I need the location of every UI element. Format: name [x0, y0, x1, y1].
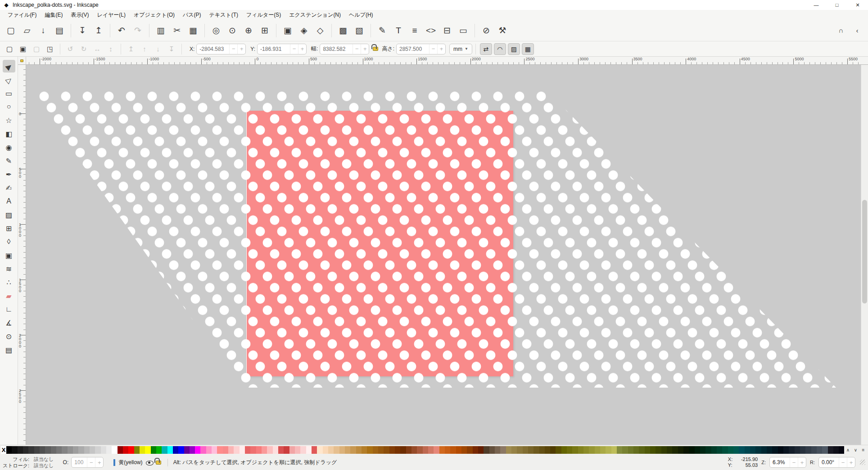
x-input[interactable] — [197, 44, 229, 54]
color-swatch[interactable] — [484, 446, 489, 454]
layer-indicator[interactable]: 黄(yellow) — [113, 459, 161, 466]
color-swatch[interactable] — [350, 446, 356, 454]
color-swatch[interactable] — [645, 446, 650, 454]
color-swatch[interactable] — [767, 446, 772, 454]
color-swatch[interactable] — [517, 446, 522, 454]
color-swatch[interactable] — [417, 446, 422, 454]
color-swatch[interactable] — [817, 446, 822, 454]
height-increment-button[interactable]: + — [437, 44, 445, 54]
color-swatch[interactable] — [489, 446, 495, 454]
paste-icon[interactable]: ▦ — [186, 23, 200, 38]
import-icon[interactable]: ↧ — [75, 23, 90, 38]
color-swatch[interactable] — [456, 446, 461, 454]
color-swatch[interactable] — [822, 446, 827, 454]
color-swatch[interactable] — [500, 446, 506, 454]
close-button[interactable]: ✕ — [847, 0, 868, 10]
color-swatch[interactable] — [739, 446, 744, 454]
menu-item-help[interactable]: ヘルプ(H) — [345, 10, 377, 20]
color-swatch[interactable] — [51, 446, 56, 454]
color-swatch[interactable] — [578, 446, 583, 454]
color-swatch[interactable] — [411, 446, 417, 454]
color-swatch[interactable] — [145, 446, 150, 454]
color-swatch[interactable] — [589, 446, 594, 454]
align-dialog-icon[interactable]: ⊟ — [440, 23, 454, 38]
color-swatch[interactable] — [68, 446, 73, 454]
color-swatch[interactable] — [234, 446, 239, 454]
color-swatch[interactable] — [633, 446, 639, 454]
color-swatch[interactable] — [300, 446, 306, 454]
color-swatch[interactable] — [556, 446, 561, 454]
vertical-ruler[interactable]: 05 0 01 0 0 01 5 0 02 0 0 02 5 0 0 — [18, 65, 26, 445]
color-swatch[interactable] — [478, 446, 484, 454]
color-swatch[interactable] — [339, 446, 345, 454]
spiral-tool[interactable]: ◉ — [3, 141, 15, 154]
document-properties-icon[interactable]: ▭ — [456, 23, 470, 38]
color-swatch[interactable] — [511, 446, 517, 454]
color-swatch[interactable] — [134, 446, 140, 454]
color-swatch[interactable] — [611, 446, 617, 454]
zoom-decrement-button[interactable]: − — [790, 457, 798, 467]
color-swatch[interactable] — [828, 446, 833, 454]
color-swatch[interactable] — [617, 446, 622, 454]
xml-editor-icon[interactable]: <> — [424, 23, 438, 38]
color-swatch[interactable] — [545, 446, 550, 454]
color-swatch[interactable] — [362, 446, 367, 454]
color-swatch[interactable] — [595, 446, 600, 454]
color-swatch[interactable] — [583, 446, 589, 454]
save-document-icon[interactable]: ↓ — [36, 23, 50, 38]
rotation-increment-button[interactable]: + — [847, 457, 855, 467]
menu-item-filters[interactable]: フィルター(S) — [242, 10, 285, 20]
color-swatch[interactable] — [672, 446, 678, 454]
fill-stroke-indicator[interactable]: フィル: 該当なし ストローク: 該当なし — [3, 456, 54, 469]
color-swatch[interactable] — [162, 446, 167, 454]
layer-visibility-eye-icon[interactable] — [146, 459, 153, 466]
undo-icon[interactable]: ↶ — [114, 23, 129, 38]
color-swatch[interactable] — [761, 446, 767, 454]
color-swatch[interactable] — [400, 446, 406, 454]
width-increment-button[interactable]: + — [361, 44, 369, 54]
tweak-tool[interactable]: ≋ — [3, 262, 15, 275]
color-swatch[interactable] — [695, 446, 700, 454]
color-swatch[interactable] — [106, 446, 112, 454]
color-swatch[interactable] — [18, 446, 23, 454]
color-swatch[interactable] — [228, 446, 234, 454]
move-gradients-toggle[interactable]: ▨ — [508, 43, 520, 55]
lock-ratio-icon[interactable] — [373, 47, 378, 51]
opacity-decrement-button[interactable]: − — [87, 457, 95, 467]
color-swatch[interactable] — [717, 446, 722, 454]
zoom-tool[interactable]: ⊙ — [3, 330, 15, 343]
color-swatch[interactable] — [373, 446, 378, 454]
layers-dialog-icon[interactable]: ≡ — [407, 23, 422, 38]
color-swatch[interactable] — [156, 446, 162, 454]
x-decrement-button[interactable]: − — [229, 44, 237, 54]
color-swatch[interactable] — [523, 446, 528, 454]
width-decrement-button[interactable]: − — [353, 44, 361, 54]
selection-cue-icon[interactable]: ◳ — [44, 43, 56, 55]
y-increment-button[interactable]: + — [298, 44, 306, 54]
opacity-increment-button[interactable]: + — [95, 457, 103, 467]
color-swatch[interactable] — [628, 446, 633, 454]
color-swatch[interactable] — [151, 446, 156, 454]
color-swatch[interactable] — [700, 446, 705, 454]
color-swatch[interactable] — [439, 446, 445, 454]
color-swatch[interactable] — [722, 446, 728, 454]
color-swatch[interactable] — [56, 446, 62, 454]
color-swatch[interactable] — [800, 446, 805, 454]
layer-lock-icon[interactable] — [156, 461, 161, 465]
find-replace-icon[interactable]: ⊘ — [479, 23, 493, 38]
color-swatch[interactable] — [256, 446, 262, 454]
move-patterns-toggle[interactable]: ▦ — [522, 43, 534, 55]
color-swatch[interactable] — [23, 446, 28, 454]
gradient-tool[interactable]: ▨ — [3, 208, 15, 221]
color-swatch[interactable] — [173, 446, 178, 454]
color-swatch[interactable] — [306, 446, 312, 454]
color-swatch[interactable] — [445, 446, 450, 454]
color-swatch[interactable] — [395, 446, 400, 454]
calligraphy-tool[interactable]: ✍ — [3, 181, 15, 194]
menu-item-path[interactable]: パス(P) — [179, 10, 205, 20]
dropper-tool[interactable]: ◊ — [3, 235, 15, 248]
height-input[interactable] — [397, 44, 429, 54]
color-swatch[interactable] — [683, 446, 689, 454]
paint-bucket-tool[interactable]: ▣ — [3, 249, 15, 262]
color-swatch[interactable] — [123, 446, 128, 454]
